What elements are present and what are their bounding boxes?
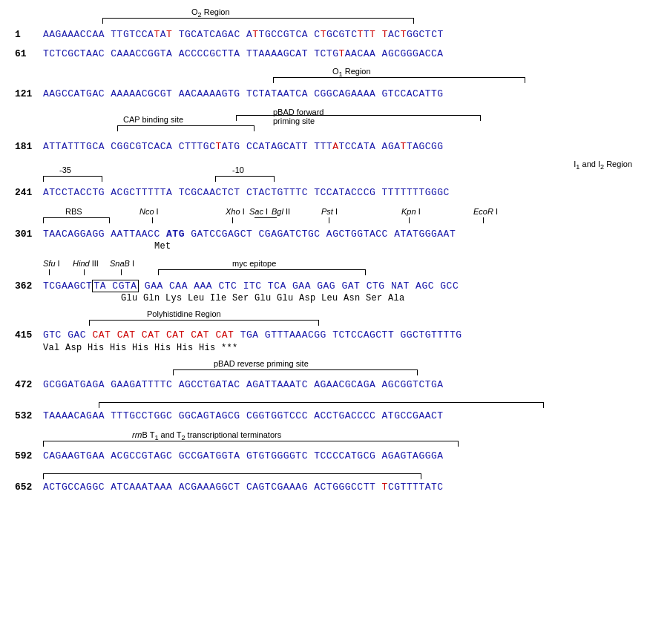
line-num-301: 301 <box>15 228 43 241</box>
seq-row-241: 241 ATCCTACCTG ACGCTTTTTA TCGCAACTCT CTA… <box>15 186 632 200</box>
i1i2-label: I1 and I2 Region <box>574 160 632 171</box>
kpni-tick <box>409 217 410 223</box>
seq-row-301: 301 TAACAGGAGG AATTAACC ATG GATCCGAGCT C… <box>15 228 632 241</box>
o1-region-label: O1 Region <box>332 67 371 78</box>
block-121: O1 Region 121 AAGCCATGAC AAAAACGCGT AACA… <box>15 67 632 101</box>
seq-652: ACTGCCAGGC ATCAAATAAA ACGAAAGGCT CAGTCGA… <box>43 481 444 494</box>
long-bracket-652 <box>43 473 421 479</box>
seq-362: TCGAAGCTTA CGTA GAA CAA AAA CTC ITC TCA … <box>43 280 459 293</box>
snabi-label: SnaB I <box>110 259 134 268</box>
cap-binding-bracket <box>117 125 254 131</box>
seq-row-61: 61 TCTCGCTAAC CAAACCGGTA ACCCCGCTTA TTAA… <box>15 47 632 61</box>
block-61: 61 TCTCGCTAAC CAAACCGGTA ACCCCGCTTA TTAA… <box>15 47 632 61</box>
block-1: O2 Region 1 AAGAAACCAA TTGTCCATAT TGCATC… <box>15 7 632 42</box>
block-652: 652 ACTGCCAGGC ATCAAATAAA ACGAAAGGCT CAG… <box>15 469 632 494</box>
polyhistidine-bracket <box>89 320 319 326</box>
line-num-121: 121 <box>15 88 43 101</box>
pbad-reverse-bracket <box>173 369 418 375</box>
ncoi-tick <box>152 217 153 223</box>
line-num-181: 181 <box>15 140 43 154</box>
line-num-472: 472 <box>15 378 43 392</box>
translation-362: Glu Gln Lys Leu Ile Ser Glu Glu Asp Leu … <box>43 293 632 303</box>
block-532: 532 TAAAACAGAA TTTGCCTGGC GGCAGTAGCG CGG… <box>15 398 632 423</box>
minus35-bracket <box>43 176 102 182</box>
myc-label: myc epitope <box>232 259 276 268</box>
seq-1: AAGAAACCAA TTGTCCATAT TGCATCAGAC ATTGCCG… <box>43 28 444 42</box>
rrnb-bracket <box>43 441 459 447</box>
seq-241: ATCCTACCTG ACGCTTTTTA TCGCAACTCT CTACTGT… <box>43 186 450 200</box>
o1-region-bracket <box>273 77 525 83</box>
ecori-label: EcoR I <box>473 207 498 216</box>
seq-301: TAACAGGAGG AATTAACC ATG GATCCGAGCT CGAGA… <box>43 228 456 241</box>
seq-121: AAGCCATGAC AAAAACGCGT AACAAAAGTG TCTATAA… <box>43 88 444 101</box>
bglii-label: Bgl II <box>272 207 290 216</box>
kpni-label: Kpn I <box>401 207 421 216</box>
line-num-592: 592 <box>15 450 43 463</box>
ecori-tick <box>483 217 484 223</box>
line-num-241: 241 <box>15 186 43 200</box>
minus10-bracket <box>215 176 275 182</box>
line-num-61: 61 <box>15 47 43 61</box>
snabi-tick <box>121 269 122 275</box>
rbs-label: RBS <box>65 207 82 216</box>
ncoi-label: Nco I <box>139 207 159 216</box>
seq-532: TAAAACAGAA TTTGCCTGGC GGCAGTAGCG CGGTGGT… <box>43 410 444 423</box>
minus10-label: -10 <box>232 165 244 174</box>
hindiii-tick <box>84 269 85 275</box>
seq-row-592: 592 CAGAAGTGAA ACGCCGTAGC GCCGATGGTA GTG… <box>15 450 632 463</box>
block-362: Sfu I Hind III SnaB I myc epitope 362 TC… <box>15 257 632 303</box>
seq-row-652: 652 ACTGCCAGGC ATCAAATAAA ACGAAAGGCT CAG… <box>15 481 632 494</box>
seq-472: GCGGATGAGA GAAGATTTTC AGCCTGATAC AGATTAA… <box>43 378 444 392</box>
line-num-1: 1 <box>15 28 43 42</box>
block-415: Polyhistidine Region 415 GTC GAC CAT CAT… <box>15 309 632 352</box>
block-472: pBAD reverse priming site 472 GCGGATGAGA… <box>15 359 632 392</box>
myc-bracket <box>158 269 366 275</box>
line-num-362: 362 <box>15 280 43 293</box>
seq-row-121: 121 AAGCCATGAC AAAAACGCGT AACAAAAGTG TCT… <box>15 88 632 101</box>
o2-region-label: O2 Region <box>191 7 230 19</box>
rbs-bracket <box>43 217 110 223</box>
saci-label: Sac I <box>249 207 268 216</box>
translation-301: Met <box>43 241 632 252</box>
sfui-tick <box>49 269 50 275</box>
seq-row-181: 181 ATTATTTGCA CGGCGTCACA CTTTGCTATG CCA… <box>15 140 632 154</box>
seq-row-1: 1 AAGAAACCAA TTGTCCATAT TGCATCAGAC ATTGC… <box>15 28 632 42</box>
sequence-viewer: O2 Region 1 AAGAAACCAA TTGTCCATAT TGCATC… <box>15 7 632 494</box>
translation-415: Val Asp His His His His His His *** <box>43 343 632 353</box>
pbad-reverse-label: pBAD reverse priming site <box>214 359 309 368</box>
block-592: rrnB T1 and T2 transcriptional terminato… <box>15 429 632 463</box>
seq-row-362: 362 TCGAAGCTTA CGTA GAA CAA AAA CTC ITC … <box>15 280 632 293</box>
block-301: RBS Nco I Xho I Sac I Bgl II Pst I Kpn I… <box>15 206 632 252</box>
cap-binding-label: CAP binding site <box>123 115 183 124</box>
line-num-652: 652 <box>15 481 43 494</box>
seq-row-532: 532 TAAAACAGAA TTTGCCTGGC GGCAGTAGCG CGG… <box>15 410 632 423</box>
sacibgl-line <box>254 217 277 218</box>
seq-181: ATTATTTGCA CGGCGTCACA CTTTGCTATG CCATAGC… <box>43 140 444 154</box>
seq-row-415: 415 GTC GAC CAT CAT CAT CAT CAT CAT TGA … <box>15 329 632 342</box>
hindiii-label: Hind III <box>73 259 99 268</box>
seq-592: CAGAAGTGAA ACGCCGTAGC GCCGATGGTA GTGTGGG… <box>43 450 444 463</box>
seq-415: GTC GAC CAT CAT CAT CAT CAT CAT TGA GTTT… <box>43 329 462 342</box>
sfui-label: Sfu I <box>43 259 60 268</box>
minus35-label: -35 <box>59 165 71 174</box>
xhoi-label: Xho I <box>226 207 245 216</box>
line-num-532: 532 <box>15 410 43 423</box>
long-bracket-532 <box>99 402 544 408</box>
line-num-415: 415 <box>15 329 43 342</box>
o2-region-bracket <box>102 18 414 24</box>
rrnb-label: rrnB T1 and T2 transcriptional terminato… <box>132 430 281 441</box>
seq-row-472: 472 GCGGATGAGA GAAGATTTTC AGCCTGATAC AGA… <box>15 378 632 392</box>
xhoi-tick <box>232 217 233 223</box>
block-181: CAP binding site pBAD forwardpriming sit… <box>15 108 632 154</box>
psti-label: Pst I <box>321 207 338 216</box>
block-241: -35 -10 I1 and I2 Region 241 ATCCTACCTG … <box>15 160 632 200</box>
seq-61: TCTCGCTAAC CAAACCGGTA ACCCCGCTTA TTAAAAG… <box>43 47 444 61</box>
psti-tick <box>329 217 329 223</box>
pbad-forward-label: pBAD forwardpriming site <box>273 108 324 125</box>
polyhistidine-label: Polyhistidine Region <box>147 309 221 318</box>
